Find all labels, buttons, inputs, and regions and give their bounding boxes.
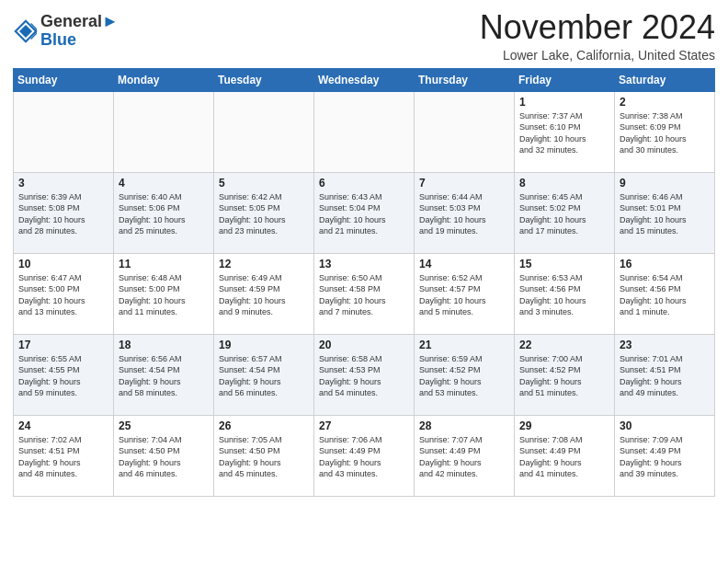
calendar-cell: 5Sunrise: 6:42 AM Sunset: 5:05 PM Daylig… (214, 172, 314, 253)
day-number: 11 (119, 258, 209, 270)
calendar-cell: 23Sunrise: 7:01 AM Sunset: 4:51 PM Dayli… (615, 334, 715, 415)
calendar-cell: 3Sunrise: 6:39 AM Sunset: 5:08 PM Daylig… (14, 172, 114, 253)
calendar-cell (415, 91, 515, 172)
day-number: 5 (219, 177, 309, 190)
calendar-cell: 13Sunrise: 6:50 AM Sunset: 4:58 PM Dayli… (314, 253, 415, 334)
day-info: Sunrise: 6:39 AM Sunset: 5:08 PM Dayligh… (18, 191, 108, 237)
day-number: 1 (519, 96, 609, 109)
day-number: 20 (319, 339, 409, 351)
calendar-header-row: Sunday Monday Tuesday Wednesday Thursday… (14, 68, 715, 91)
day-number: 14 (419, 258, 509, 270)
page: General► Blue November 2024 Lower Lake, … (0, 0, 728, 506)
day-info: Sunrise: 6:47 AM Sunset: 5:00 PM Dayligh… (18, 272, 108, 318)
day-info: Sunrise: 7:37 AM Sunset: 6:10 PM Dayligh… (519, 110, 609, 156)
day-info: Sunrise: 6:46 AM Sunset: 5:01 PM Dayligh… (620, 191, 710, 237)
day-info: Sunrise: 6:57 AM Sunset: 4:54 PM Dayligh… (219, 353, 309, 399)
calendar-week-row: 10Sunrise: 6:47 AM Sunset: 5:00 PM Dayli… (14, 253, 715, 334)
title-block: November 2024 Lower Lake, California, Un… (480, 9, 715, 63)
day-info: Sunrise: 7:00 AM Sunset: 4:52 PM Dayligh… (519, 353, 609, 399)
calendar-week-row: 17Sunrise: 6:55 AM Sunset: 4:55 PM Dayli… (14, 334, 715, 415)
day-info: Sunrise: 7:38 AM Sunset: 6:09 PM Dayligh… (620, 110, 710, 156)
calendar-cell: 2Sunrise: 7:38 AM Sunset: 6:09 PM Daylig… (615, 91, 715, 172)
calendar-cell: 18Sunrise: 6:56 AM Sunset: 4:54 PM Dayli… (114, 334, 214, 415)
calendar-cell: 9Sunrise: 6:46 AM Sunset: 5:01 PM Daylig… (615, 172, 715, 253)
day-info: Sunrise: 6:54 AM Sunset: 4:56 PM Dayligh… (620, 272, 710, 318)
day-number: 4 (119, 177, 209, 190)
day-info: Sunrise: 6:44 AM Sunset: 5:03 PM Dayligh… (419, 191, 509, 237)
calendar-cell: 28Sunrise: 7:07 AM Sunset: 4:49 PM Dayli… (415, 415, 515, 496)
day-number: 22 (519, 339, 609, 351)
calendar-cell: 19Sunrise: 6:57 AM Sunset: 4:54 PM Dayli… (214, 334, 314, 415)
location: Lower Lake, California, United States (480, 48, 715, 63)
day-info: Sunrise: 6:59 AM Sunset: 4:52 PM Dayligh… (419, 353, 509, 399)
col-monday: Monday (114, 68, 214, 91)
calendar-cell: 7Sunrise: 6:44 AM Sunset: 5:03 PM Daylig… (415, 172, 515, 253)
logo-text: General► Blue (40, 13, 119, 50)
day-info: Sunrise: 6:50 AM Sunset: 4:58 PM Dayligh… (319, 272, 409, 318)
day-number: 17 (18, 339, 108, 351)
calendar-cell: 11Sunrise: 6:48 AM Sunset: 5:00 PM Dayli… (114, 253, 214, 334)
day-info: Sunrise: 6:58 AM Sunset: 4:53 PM Dayligh… (319, 353, 409, 399)
calendar-cell: 14Sunrise: 6:52 AM Sunset: 4:57 PM Dayli… (415, 253, 515, 334)
day-number: 10 (18, 258, 108, 270)
calendar-week-row: 3Sunrise: 6:39 AM Sunset: 5:08 PM Daylig… (14, 172, 715, 253)
logo-general: General (40, 12, 102, 30)
col-thursday: Thursday (415, 68, 515, 91)
col-friday: Friday (515, 68, 615, 91)
calendar-cell: 1Sunrise: 7:37 AM Sunset: 6:10 PM Daylig… (515, 91, 615, 172)
day-number: 15 (519, 258, 609, 270)
day-number: 13 (319, 258, 409, 270)
calendar-cell: 29Sunrise: 7:08 AM Sunset: 4:49 PM Dayli… (515, 415, 615, 496)
calendar-cell (314, 91, 415, 172)
calendar-cell: 15Sunrise: 6:53 AM Sunset: 4:56 PM Dayli… (515, 253, 615, 334)
logo-icon (13, 18, 39, 44)
day-info: Sunrise: 6:43 AM Sunset: 5:04 PM Dayligh… (319, 191, 409, 237)
day-info: Sunrise: 6:55 AM Sunset: 4:55 PM Dayligh… (18, 353, 108, 399)
day-number: 30 (620, 419, 710, 432)
calendar-cell: 12Sunrise: 6:49 AM Sunset: 4:59 PM Dayli… (214, 253, 314, 334)
day-info: Sunrise: 7:07 AM Sunset: 4:49 PM Dayligh… (419, 434, 509, 480)
day-number: 9 (620, 177, 710, 190)
day-number: 19 (219, 339, 309, 351)
calendar-table: Sunday Monday Tuesday Wednesday Thursday… (13, 68, 715, 497)
calendar-cell: 10Sunrise: 6:47 AM Sunset: 5:00 PM Dayli… (14, 253, 114, 334)
calendar-cell: 22Sunrise: 7:00 AM Sunset: 4:52 PM Dayli… (515, 334, 615, 415)
logo-blue-icon: ► (102, 12, 119, 30)
day-number: 7 (419, 177, 509, 190)
day-info: Sunrise: 6:40 AM Sunset: 5:06 PM Dayligh… (119, 191, 209, 237)
month-title: November 2024 (480, 9, 715, 46)
day-number: 27 (319, 419, 409, 432)
day-number: 3 (18, 177, 108, 190)
col-sunday: Sunday (14, 68, 114, 91)
header: General► Blue November 2024 Lower Lake, … (13, 9, 715, 63)
calendar-cell: 20Sunrise: 6:58 AM Sunset: 4:53 PM Dayli… (314, 334, 415, 415)
day-info: Sunrise: 6:53 AM Sunset: 4:56 PM Dayligh… (519, 272, 609, 318)
day-number: 16 (620, 258, 710, 270)
calendar-cell (214, 91, 314, 172)
day-info: Sunrise: 6:42 AM Sunset: 5:05 PM Dayligh… (219, 191, 309, 237)
day-number: 21 (419, 339, 509, 351)
day-number: 8 (519, 177, 609, 190)
calendar-cell (14, 91, 114, 172)
calendar-week-row: 24Sunrise: 7:02 AM Sunset: 4:51 PM Dayli… (14, 415, 715, 496)
col-saturday: Saturday (615, 68, 715, 91)
calendar-cell: 26Sunrise: 7:05 AM Sunset: 4:50 PM Dayli… (214, 415, 314, 496)
calendar-cell: 27Sunrise: 7:06 AM Sunset: 4:49 PM Dayli… (314, 415, 415, 496)
col-tuesday: Tuesday (214, 68, 314, 91)
calendar-cell: 6Sunrise: 6:43 AM Sunset: 5:04 PM Daylig… (314, 172, 415, 253)
day-number: 12 (219, 258, 309, 270)
calendar-cell (114, 91, 214, 172)
calendar-cell: 16Sunrise: 6:54 AM Sunset: 4:56 PM Dayli… (615, 253, 715, 334)
calendar-cell: 24Sunrise: 7:02 AM Sunset: 4:51 PM Dayli… (14, 415, 114, 496)
calendar-cell: 8Sunrise: 6:45 AM Sunset: 5:02 PM Daylig… (515, 172, 615, 253)
day-number: 2 (620, 96, 710, 109)
calendar-cell: 17Sunrise: 6:55 AM Sunset: 4:55 PM Dayli… (14, 334, 114, 415)
calendar-cell: 21Sunrise: 6:59 AM Sunset: 4:52 PM Dayli… (415, 334, 515, 415)
day-number: 28 (419, 419, 509, 432)
calendar-cell: 30Sunrise: 7:09 AM Sunset: 4:49 PM Dayli… (615, 415, 715, 496)
day-info: Sunrise: 6:49 AM Sunset: 4:59 PM Dayligh… (219, 272, 309, 318)
calendar-cell: 4Sunrise: 6:40 AM Sunset: 5:06 PM Daylig… (114, 172, 214, 253)
day-info: Sunrise: 7:01 AM Sunset: 4:51 PM Dayligh… (620, 353, 710, 399)
day-number: 29 (519, 419, 609, 432)
calendar-week-row: 1Sunrise: 7:37 AM Sunset: 6:10 PM Daylig… (14, 91, 715, 172)
